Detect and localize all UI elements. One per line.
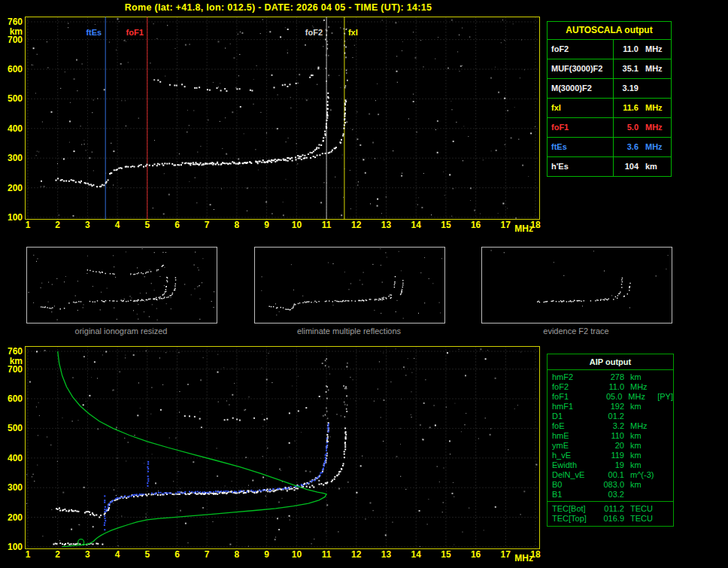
aip-rows: hmF2278kmfoF211.0MHzfoF105.0MHz[PY]hmF11… (548, 370, 673, 501)
param-label: fxI (548, 99, 614, 117)
svg-text:500: 500 (8, 423, 23, 433)
param-unit: TECU (624, 504, 660, 514)
aip-tec-rows: TEC[Bot]011.2TECUTEC[Top]016.9TECU (548, 501, 673, 526)
param-label: hmF1 (548, 402, 596, 412)
param-unit: km (624, 480, 660, 490)
thumbnail-caption-filtered: eliminate multiple reflections (253, 327, 444, 336)
thumbnail-original-canvas (27, 248, 215, 321)
param-value: 03.2 (596, 490, 624, 500)
svg-text:8: 8 (235, 220, 240, 230)
param-label: M(3000)F2 (548, 79, 614, 98)
aip-row: D101.2 (548, 412, 673, 421)
svg-text:16: 16 (471, 220, 481, 230)
param-unit: km (624, 451, 660, 460)
svg-text:2: 2 (55, 549, 60, 560)
param-label: TEC[Top] (548, 514, 596, 524)
thumbnail-filtered-canvas (255, 248, 443, 321)
param-note: [PY] (657, 392, 673, 402)
param-note (660, 382, 673, 392)
thumbnail-caption-original: original ionogram resized (26, 327, 217, 336)
svg-text:foF2: foF2 (305, 28, 323, 37)
svg-text:6: 6 (174, 220, 180, 230)
svg-text:12: 12 (351, 549, 362, 560)
param-label: B1 (548, 490, 596, 500)
param-note (660, 514, 673, 524)
aip-output-panel: AIP output hmF2278kmfoF211.0MHzfoF105.0M… (547, 354, 674, 527)
param-unit: MHz (624, 382, 660, 392)
svg-text:6: 6 (174, 549, 180, 560)
aip-row: B103.2 (548, 490, 673, 500)
param-note (660, 372, 673, 382)
param-value: 3.6 (614, 138, 639, 156)
param-label: foF1 (548, 392, 594, 402)
svg-text:km: km (10, 26, 23, 37)
param-value: 5.0 (614, 118, 639, 137)
svg-text:10: 10 (292, 220, 302, 230)
svg-text:11: 11 (322, 220, 332, 230)
param-value: 119 (596, 451, 624, 460)
param-label: foF2 (548, 382, 596, 392)
bottom-ionogram-profile-chart: 760700600500400300200100km12345678910111… (0, 345, 557, 566)
param-label: foF2 (548, 40, 614, 59)
svg-text:1: 1 (26, 549, 31, 560)
svg-text:2: 2 (55, 220, 60, 230)
param-unit: km (639, 157, 671, 176)
param-note (660, 421, 673, 431)
aip-row: B0083.0km (548, 480, 673, 490)
param-value: 20 (596, 441, 624, 451)
param-value: 11.0 (614, 40, 639, 59)
param-value: 192 (596, 402, 624, 412)
page-title: Rome (lat: +41.8, lon: 012.5) - DATE: 20… (0, 2, 557, 13)
svg-text:7: 7 (205, 220, 210, 230)
autoscala-output-panel: AUTOSCALA output foF211.0MHzMUF(3000)F23… (547, 21, 672, 177)
svg-text:600: 600 (8, 64, 23, 74)
svg-text:300: 300 (8, 482, 23, 493)
aip-row: hmF1192km (548, 402, 673, 412)
svg-text:5: 5 (144, 220, 150, 230)
param-label: MUF(3000)F2 (548, 59, 614, 78)
param-unit: MHz (639, 40, 671, 59)
aip-row: h_vE119km (548, 451, 673, 460)
aip-row: foF105.0MHz[PY] (548, 392, 673, 402)
thumbnail-caption-f2: evidence F2 trace (481, 327, 672, 336)
aip-row: foE3.2MHz (548, 421, 673, 431)
aip-row: TEC[Bot]011.2TECU (548, 504, 673, 514)
svg-text:12: 12 (351, 220, 362, 230)
svg-text:1: 1 (26, 220, 31, 230)
param-note (660, 451, 673, 460)
svg-text:5: 5 (144, 549, 150, 560)
svg-text:400: 400 (8, 453, 23, 463)
param-note (660, 412, 673, 421)
autoscala-row: foF211.0MHz (548, 40, 671, 59)
param-value: 016.9 (596, 514, 624, 524)
param-unit: m^(-3) (624, 470, 660, 480)
param-value: 3.19 (614, 79, 639, 98)
svg-text:760: 760 (8, 346, 23, 357)
param-note (660, 460, 673, 470)
svg-text:17: 17 (501, 549, 511, 560)
aip-row: Ewidth19km (548, 460, 673, 470)
param-label: DelN_vE (548, 470, 596, 480)
aip-row: DelN_vE00.1m^(-3) (548, 470, 673, 480)
param-value: 011.2 (596, 504, 624, 514)
thumbnail-f2-canvas (482, 248, 670, 321)
aip-row: hmF2278km (548, 372, 673, 382)
aip-row: TEC[Top]016.9TECU (548, 514, 673, 524)
svg-text:8: 8 (235, 549, 240, 560)
param-label: hmF2 (548, 372, 596, 382)
autoscala-panel-title: AUTOSCALA output (548, 22, 671, 40)
svg-text:100: 100 (8, 542, 23, 552)
svg-text:13: 13 (381, 549, 392, 560)
svg-text:13: 13 (381, 220, 392, 230)
param-label: TEC[Bot] (548, 504, 596, 514)
param-value: 104 (614, 157, 639, 176)
param-unit: TECU (624, 514, 660, 524)
param-unit (624, 412, 660, 421)
svg-text:14: 14 (411, 549, 422, 560)
svg-text:17: 17 (501, 220, 511, 230)
svg-text:200: 200 (8, 183, 23, 193)
svg-text:200: 200 (8, 512, 23, 523)
param-value: 110 (596, 431, 624, 441)
param-note (660, 470, 673, 480)
param-value: 01.2 (596, 412, 624, 421)
